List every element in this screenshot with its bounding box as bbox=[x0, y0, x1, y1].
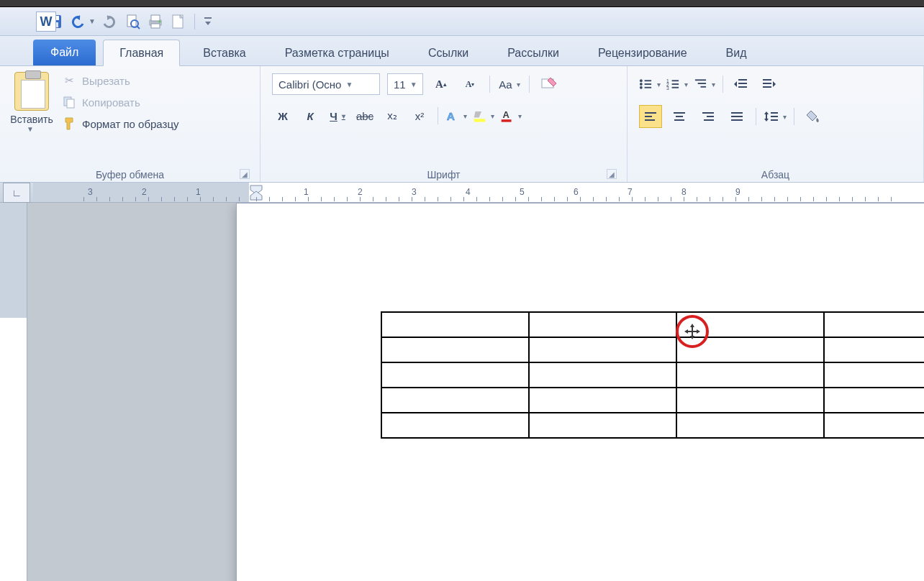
tab-home[interactable]: Главная bbox=[103, 40, 180, 66]
ruler-number: 7 bbox=[628, 187, 633, 197]
subscript-button[interactable]: x₂ bbox=[381, 105, 403, 127]
ruler-tab-selector[interactable]: ∟ bbox=[3, 183, 30, 203]
svg-text:A: A bbox=[447, 110, 455, 122]
tab-view[interactable]: Вид bbox=[710, 40, 763, 65]
ruler-number: 4 bbox=[466, 187, 471, 197]
document-area[interactable] bbox=[27, 203, 924, 581]
undo-dropdown-icon[interactable]: ▼ bbox=[89, 17, 96, 25]
change-case-button[interactable]: Aa▾ bbox=[499, 73, 520, 95]
line-spacing-button[interactable]: ▾ bbox=[764, 105, 787, 128]
table-row bbox=[381, 312, 924, 337]
ruler-track: 321123456789 bbox=[33, 183, 924, 202]
clear-formatting-button[interactable] bbox=[538, 73, 560, 95]
table-row bbox=[381, 388, 924, 413]
svg-point-23 bbox=[640, 86, 643, 89]
copy-label: Копировать bbox=[82, 96, 140, 109]
format-painter-label: Формат по образцу bbox=[82, 118, 179, 130]
format-painter-button[interactable]: Формат по образцу bbox=[62, 116, 179, 131]
superscript-button[interactable]: x² bbox=[409, 105, 430, 127]
ribbon: Вставить ▼ ✂ Вырезать Копировать bbox=[0, 66, 924, 183]
svg-text:A: A bbox=[502, 109, 509, 120]
align-right-button[interactable] bbox=[697, 105, 720, 128]
cut-button[interactable]: ✂ Вырезать bbox=[62, 73, 179, 88]
copy-icon bbox=[62, 95, 76, 109]
redo-button[interactable] bbox=[100, 12, 119, 31]
paragraph-group-title: Абзац bbox=[635, 166, 916, 180]
justify-button[interactable] bbox=[725, 105, 748, 128]
horizontal-ruler[interactable]: ∟ 321123456789 bbox=[0, 183, 924, 203]
align-left-button[interactable] bbox=[639, 105, 662, 128]
workspace bbox=[0, 203, 924, 581]
paragraph-group: ▾ 123▾ ▾ bbox=[628, 66, 924, 182]
highlight-button[interactable]: ▾ bbox=[473, 105, 494, 127]
customize-qat-button[interactable] bbox=[201, 12, 214, 31]
ruler-number: 8 bbox=[681, 187, 687, 197]
tab-mailings[interactable]: Рассылки bbox=[492, 40, 575, 65]
bold-button[interactable]: Ж bbox=[272, 105, 294, 127]
word-logo-icon: W bbox=[36, 12, 56, 32]
document-table[interactable] bbox=[381, 311, 924, 439]
tab-references[interactable]: Ссылки bbox=[412, 40, 484, 65]
font-name-combo[interactable]: Calibri (Осно▼ bbox=[272, 73, 380, 95]
underline-button[interactable]: Ч▾ bbox=[327, 105, 348, 127]
font-group: Calibri (Осно▼ 11▼ A▴ A▾ Aa▾ Ж К Ч▾ abc bbox=[261, 66, 628, 182]
tab-page-layout[interactable]: Разметка страницы bbox=[269, 40, 405, 65]
table-row bbox=[381, 337, 924, 362]
ruler-number: 5 bbox=[520, 187, 525, 197]
separator bbox=[438, 107, 438, 124]
svg-rect-13 bbox=[67, 99, 74, 108]
paste-dropdown-icon[interactable]: ▼ bbox=[27, 125, 34, 133]
print-preview-button[interactable] bbox=[123, 12, 142, 31]
separator bbox=[794, 108, 794, 125]
new-document-button[interactable] bbox=[169, 12, 188, 31]
font-launcher-icon[interactable]: ◢ bbox=[607, 169, 617, 179]
bullets-button[interactable]: ▾ bbox=[639, 73, 661, 95]
chevron-down-icon: ▼ bbox=[410, 81, 417, 88]
clipboard-group-title: Буфер обмена ◢ bbox=[7, 166, 253, 180]
grow-font-button[interactable]: A▴ bbox=[430, 73, 452, 95]
text-effects-button[interactable]: A▾ bbox=[445, 105, 467, 127]
table-row bbox=[381, 362, 924, 388]
ruler-number: 3 bbox=[88, 187, 93, 197]
tab-file[interactable]: Файл bbox=[33, 40, 96, 65]
multilevel-list-button[interactable]: ▾ bbox=[694, 73, 715, 95]
font-color-button[interactable]: A▾ bbox=[500, 105, 522, 127]
undo-button[interactable] bbox=[68, 12, 87, 31]
document-page[interactable] bbox=[236, 203, 924, 581]
separator bbox=[529, 76, 530, 93]
italic-button[interactable]: К bbox=[299, 105, 321, 127]
svg-line-5 bbox=[137, 26, 140, 29]
ruler-number: 2 bbox=[358, 187, 363, 197]
separator bbox=[489, 76, 490, 93]
tab-review[interactable]: Рецензирование bbox=[582, 40, 703, 65]
svg-rect-16 bbox=[474, 119, 486, 122]
font-size-combo[interactable]: 11▼ bbox=[387, 73, 423, 95]
quick-access-toolbar: ▼ bbox=[0, 7, 924, 36]
svg-point-21 bbox=[640, 83, 643, 86]
ruler-number: 6 bbox=[574, 187, 579, 197]
quick-print-button[interactable] bbox=[146, 12, 165, 31]
increase-indent-button[interactable] bbox=[758, 73, 779, 95]
vertical-ruler[interactable] bbox=[0, 203, 27, 581]
shrink-font-button[interactable]: A▾ bbox=[459, 73, 481, 95]
decrease-indent-button[interactable] bbox=[730, 73, 752, 95]
title-bar bbox=[0, 0, 924, 7]
clipboard-group: Вставить ▼ ✂ Вырезать Копировать bbox=[0, 66, 261, 182]
numbering-button[interactable]: 123▾ bbox=[666, 73, 688, 95]
ribbon-tabs: Файл Главная Вставка Разметка страницы С… bbox=[0, 36, 924, 66]
ruler-number: 9 bbox=[735, 187, 740, 197]
svg-rect-8 bbox=[151, 24, 160, 28]
strikethrough-button[interactable]: abc bbox=[354, 105, 376, 127]
qat-separator bbox=[194, 14, 195, 29]
tab-insert[interactable]: Вставка bbox=[187, 40, 261, 65]
align-center-button[interactable] bbox=[668, 105, 691, 128]
clipboard-launcher-icon[interactable]: ◢ bbox=[240, 169, 250, 179]
paste-icon bbox=[14, 72, 49, 111]
chevron-down-icon: ▼ bbox=[345, 81, 353, 88]
svg-rect-7 bbox=[151, 15, 160, 21]
copy-button[interactable]: Копировать bbox=[62, 95, 179, 109]
paste-button[interactable]: Вставить ▼ bbox=[7, 70, 56, 166]
paste-label: Вставить bbox=[10, 114, 53, 125]
shading-button[interactable] bbox=[802, 105, 825, 128]
ruler-margin-left bbox=[33, 183, 249, 202]
